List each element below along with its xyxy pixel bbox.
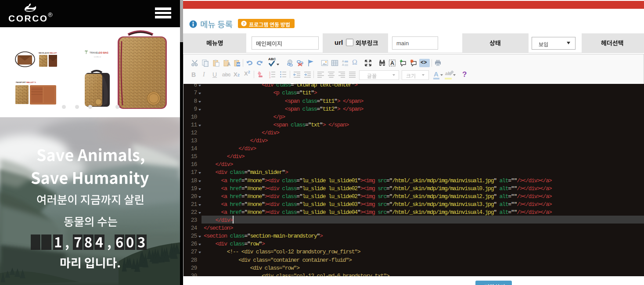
- svg-text:TRAVEL: TRAVEL: [90, 51, 99, 54]
- svg-text:3: 3: [269, 76, 270, 79]
- svg-text:GO BAG: GO BAG: [99, 51, 108, 54]
- svg-text:W: W: [237, 62, 240, 66]
- svg-text:A: A: [342, 60, 344, 63]
- svg-text:PASSPORT WALLET 7t: PASSPORT WALLET 7t: [16, 81, 36, 83]
- svg-text:A: A: [390, 60, 394, 66]
- svg-text:A: A: [227, 62, 230, 67]
- svg-text:CORCO: CORCO: [94, 56, 101, 58]
- svg-text:?: ?: [243, 22, 245, 26]
- svg-text:A: A: [342, 63, 344, 66]
- svg-text:NECKLACE WALLET: NECKLACE WALLET: [39, 52, 57, 54]
